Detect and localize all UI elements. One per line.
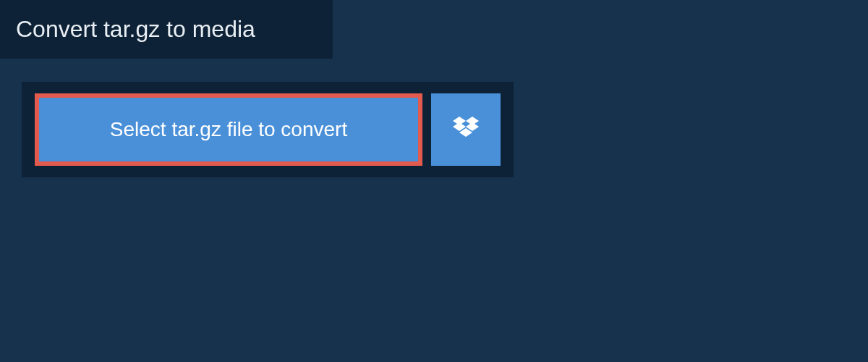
dropbox-icon — [453, 117, 479, 143]
page-header-tab: Convert tar.gz to media — [0, 0, 333, 59]
upload-panel: Select tar.gz file to convert — [22, 82, 514, 177]
select-file-button[interactable]: Select tar.gz file to convert — [35, 93, 422, 166]
dropbox-button[interactable] — [431, 93, 501, 166]
select-file-label: Select tar.gz file to convert — [110, 118, 347, 141]
page-title: Convert tar.gz to media — [16, 16, 304, 43]
